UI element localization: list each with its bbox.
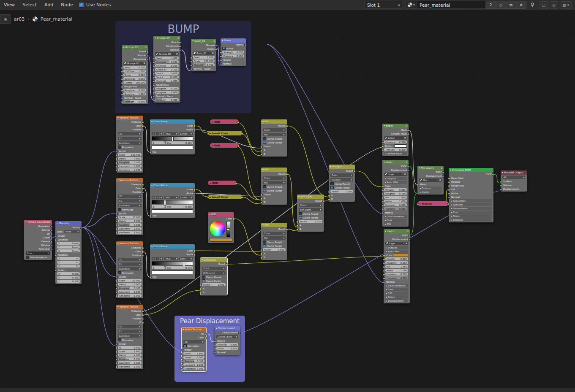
field-global-sc[interactable]: Global sc0.200: [155, 68, 179, 71]
field-threshol[interactable]: Threshol0.300: [384, 148, 407, 151]
field-w[interactable]: W0.000: [118, 346, 142, 349]
socket-l[interactable]: [115, 347, 118, 349]
field-z[interactable]: Z0 mm: [57, 249, 80, 252]
field-scale[interactable]: Scale30.000: [118, 216, 142, 219]
socket-l[interactable]: [328, 195, 330, 197]
socket-l[interactable]: [115, 287, 118, 290]
socket-l[interactable]: [55, 269, 57, 272]
socket-l[interactable]: [260, 249, 263, 251]
socket-l[interactable]: [382, 200, 384, 203]
socket-l[interactable]: [382, 141, 384, 144]
node-header-color-ramp-1[interactable]: ▾Color Ramp: [150, 119, 195, 124]
socket-l[interactable]: [382, 149, 384, 151]
node-header-voronoi-1[interactable]: ▾Voronoi Texture: [116, 116, 143, 120]
field-roughne[interactable]: Roughne0.150: [385, 261, 408, 264]
id-selector-grain-01[interactable]: Grain_01▣: [193, 51, 215, 55]
node-texture-coordinate[interactable]: ▾Texture CoordinateGeneratedNormalUVObje…: [24, 220, 52, 260]
section-coat[interactable]: ▸ Coat: [450, 211, 492, 214]
node-header-layer-2[interactable]: ▾Layer⧉: [384, 229, 410, 233]
socket-l[interactable]: [500, 181, 502, 183]
field-alpha[interactable]: Alpha1.000: [384, 200, 407, 203]
node-header-texture-coordinate[interactable]: ▾Texture Coordinate: [24, 220, 52, 224]
node-color-ramp-1[interactable]: ▾Color RampColorAlpha+−▾RGB▾Linear▾1Pos0…: [150, 119, 195, 154]
value-slider-handle[interactable]: [227, 228, 230, 230]
field-factor[interactable]: Factor1.000: [330, 190, 353, 193]
socket-r[interactable]: [50, 244, 53, 247]
field-scale[interactable]: Scale0.300: [123, 73, 146, 76]
node-mapping[interactable]: ▾MappingVectorType:Point▾VectorLocation:…: [55, 221, 82, 284]
color-ramp-gradient[interactable]: [152, 200, 193, 204]
socket-l[interactable]: [55, 239, 57, 241]
socket-l[interactable]: [383, 266, 385, 268]
node-voronoi-1[interactable]: ▾Voronoi TextureDistanceColorPosition3D▾…: [116, 116, 143, 173]
field-roughne[interactable]: Roughne1.000: [123, 92, 146, 95]
socket-r[interactable]: [442, 171, 444, 174]
field-x[interactable]: X0 mm: [57, 242, 80, 245]
dropdown-color[interactable]: Color▾: [263, 176, 286, 180]
node-mix-3[interactable]: ▾MixResultColor▾Mix▾Clamp Result✓Clamp F…: [261, 223, 287, 260]
socket-r[interactable]: [408, 235, 411, 237]
socket-l[interactable]: [260, 194, 263, 196]
picked-color-swatch[interactable]: [210, 238, 232, 242]
socket-l[interactable]: [199, 292, 202, 294]
socket-l[interactable]: [115, 276, 118, 278]
checkbox-clamp-factor[interactable]: ✓: [202, 279, 205, 283]
socket-r[interactable]: [237, 121, 240, 124]
socket-r[interactable]: [142, 314, 144, 316]
socket-l[interactable]: [383, 270, 385, 272]
checkbox-normalize[interactable]: [118, 146, 121, 149]
field-distance[interactable]: Distance0.400: [222, 54, 244, 57]
field-strength[interactable]: Strength0.300: [155, 98, 179, 101]
field-ior[interactable]: IOR1.450: [384, 196, 407, 199]
section-sheen[interactable]: ▸ Sheen: [385, 295, 408, 299]
field-distortion[interactable]: Distortion0.000: [183, 367, 204, 370]
socket-r[interactable]: [204, 333, 207, 335]
snapping-icon[interactable]: ▢: [540, 1, 548, 9]
socket-r[interactable]: [193, 189, 196, 191]
fake-user-shield-icon[interactable]: ▣: [212, 52, 214, 54]
dropdown-mix[interactable]: Mix▾: [263, 181, 286, 184]
node-header-grunge-08[interactable]: ▾Grunge 08⧉: [153, 36, 180, 40]
dropdown-color[interactable]: Color▾: [202, 267, 226, 270]
slot-dropdown[interactable]: Slot 1 ▾: [364, 1, 403, 9]
node-material-output[interactable]: ▾Material OutputAll▾SurfaceVolumeDisplac…: [501, 170, 527, 192]
object-selector[interactable]: Obje...✎: [26, 251, 50, 255]
checkbox-invert[interactable]: ✓: [222, 47, 226, 50]
socket-r[interactable]: [286, 173, 288, 176]
socket-l[interactable]: [115, 362, 118, 365]
socket-l[interactable]: [181, 364, 183, 367]
remove-stop-button[interactable]: −: [156, 257, 159, 260]
socket-l[interactable]: [115, 351, 118, 353]
socket-l[interactable]: [121, 78, 123, 81]
field-lacunarit[interactable]: Lacunarit3.100: [118, 361, 142, 364]
field-emission[interactable]: Emission0.000: [384, 203, 407, 206]
socket-r[interactable]: [235, 182, 237, 185]
dropdown-multiply[interactable]: Multiply▾: [330, 178, 353, 181]
socket-l[interactable]: [115, 162, 118, 164]
section-coat[interactable]: ▸ Coat: [384, 219, 407, 222]
socket-l[interactable]: [214, 348, 216, 350]
dropdown-euclidean[interactable]: Euclidean▾: [118, 267, 142, 270]
new-material-button[interactable]: ⧉: [506, 1, 516, 9]
fake-user-shield-icon[interactable]: ▣: [404, 173, 406, 175]
socket-l[interactable]: [121, 93, 123, 96]
section-sss[interactable]: ▸ SSS: [384, 222, 407, 226]
dropdown-soft-light[interactable]: Soft Light▾: [299, 208, 322, 211]
stop-color-swatch[interactable]: [152, 146, 193, 149]
dropdown-color[interactable]: Color▾: [299, 203, 322, 207]
node-header-color-ramp-3[interactable]: ▾Color Ramp: [150, 244, 195, 249]
socket-l[interactable]: [181, 360, 183, 363]
user-count-badge[interactable]: 4: [402, 242, 404, 244]
node-color-ramp-2[interactable]: ▾Color RampColorAlpha+−▾RGB▾Linear▾1Pos0…: [150, 183, 195, 218]
field-strength[interactable]: Strength0.030: [222, 51, 244, 54]
node-invert-color-1[interactable]: ▸ Invert Color: [208, 131, 243, 135]
id-selector-layer[interactable]: Layer4▣: [385, 242, 408, 245]
socket-l[interactable]: [383, 281, 385, 284]
socket-l[interactable]: [115, 295, 118, 297]
field-detail[interactable]: Detail0.000: [118, 219, 142, 222]
field-roughne[interactable]: Roughne0.400: [155, 91, 179, 94]
field-fineness[interactable]: Fineness0.250: [155, 64, 179, 67]
dropdown-rgb[interactable]: RGB▾: [164, 132, 178, 135]
dropdown-difference[interactable]: Difference▾: [202, 271, 226, 275]
socket-l[interactable]: [448, 196, 450, 199]
